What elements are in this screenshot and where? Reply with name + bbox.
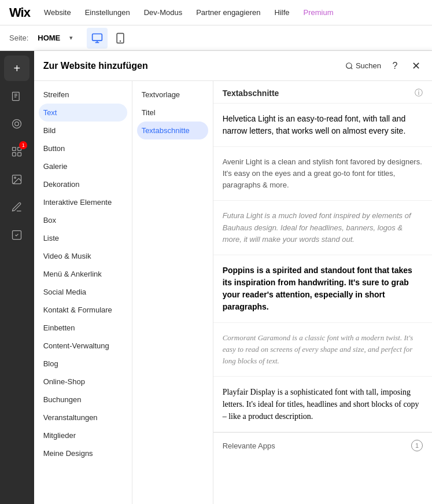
font-text-poppins: Poppins is a spirited and standout font … xyxy=(223,266,412,311)
sub-category-list: Textvorlage Titel Textabschnitte xyxy=(132,81,213,504)
font-item-cormorant[interactable]: Cormorant Garamond is a classic font wit… xyxy=(213,323,432,377)
sidebar-appmarket-button[interactable] xyxy=(4,222,29,248)
pages-icon xyxy=(11,90,23,102)
add-widget-panel: Zur Website hinzufügen Suchen ? ✕ Streif… xyxy=(34,51,432,504)
main-layout: + 1 xyxy=(0,51,432,504)
search-button[interactable]: Suchen xyxy=(345,61,381,70)
category-item-dekoration[interactable]: Dekoration xyxy=(34,175,132,193)
page-bar: Seite: HOME ▾ xyxy=(0,25,432,51)
category-item-mitglieder[interactable]: Mitglieder xyxy=(34,426,132,444)
svg-point-10 xyxy=(15,122,19,126)
sidebar-blog-button[interactable] xyxy=(4,194,29,220)
category-item-text[interactable]: Text xyxy=(39,104,127,122)
nav-premium[interactable]: Premium xyxy=(304,8,334,17)
category-item-streifen[interactable]: Streifen xyxy=(34,86,132,104)
category-item-kontakt[interactable]: Kontakt & Formulare xyxy=(34,301,132,319)
panel-title: Zur Website hinzufügen xyxy=(43,61,148,71)
apps-badge: 1 xyxy=(19,141,27,149)
page-label: Seite: xyxy=(9,34,28,42)
panel-header-actions: Suchen ? ✕ xyxy=(345,59,423,73)
top-nav: Wix Website Einstellungen Dev-Modus Part… xyxy=(0,0,432,25)
category-item-blog[interactable]: Blog xyxy=(34,355,132,373)
nav-partner[interactable]: Partner engagieren xyxy=(196,8,260,17)
footer-count: 1 xyxy=(411,440,423,451)
nav-einstellungen[interactable]: Einstellungen xyxy=(85,8,130,17)
nav-dev-modus[interactable]: Dev-Modus xyxy=(144,8,182,17)
search-icon xyxy=(345,62,353,70)
category-item-buchungen[interactable]: Buchungen xyxy=(34,391,132,409)
category-item-content[interactable]: Content-Verwaltung xyxy=(34,337,132,355)
mobile-icon xyxy=(115,32,126,44)
category-item-menue[interactable]: Menü & Ankerlink xyxy=(34,265,132,283)
footer-label: Relevante Apps xyxy=(223,442,275,450)
sub-category-textabschnitte[interactable]: Textabschnitte xyxy=(137,122,208,139)
svg-point-18 xyxy=(346,62,352,68)
category-item-button[interactable]: Button xyxy=(34,139,132,157)
font-text-playfair: Playfair Display is a sophisticated font… xyxy=(223,388,419,421)
font-item-avenir[interactable]: Avenir Light is a clean and stylish font… xyxy=(213,147,432,201)
sidebar-pages-button[interactable] xyxy=(4,83,29,109)
category-item-social[interactable]: Social Media xyxy=(34,283,132,301)
font-item-helvetica[interactable]: Helvetica Light is an easy-to-read font,… xyxy=(213,104,432,147)
content-footer: Relevante Apps 1 xyxy=(213,432,432,458)
desktop-icon xyxy=(91,32,103,44)
media-icon xyxy=(11,174,23,185)
font-text-avenir: Avenir Light is a clean and stylish font… xyxy=(223,157,422,189)
svg-point-9 xyxy=(13,120,21,128)
sidebar-apps-button[interactable]: 1 xyxy=(4,139,29,164)
font-text-futura: Futura Light is a much loved font inspir… xyxy=(223,211,411,243)
desktop-view-button[interactable] xyxy=(87,28,108,49)
sub-category-titel[interactable]: Titel xyxy=(132,104,213,122)
blog-icon xyxy=(11,201,23,213)
svg-rect-11 xyxy=(13,148,16,151)
sidebar-add-button[interactable]: + xyxy=(4,56,29,81)
nav-hilfe[interactable]: Hilfe xyxy=(275,8,290,17)
category-item-veranstaltungen[interactable]: Veranstaltungen xyxy=(34,409,132,426)
add-icon: + xyxy=(13,62,20,75)
category-item-einbetten[interactable]: Einbetten xyxy=(34,319,132,337)
svg-rect-0 xyxy=(93,34,102,41)
category-list: Streifen Text Bild Button Galerie Dekora… xyxy=(34,81,132,504)
search-label: Suchen xyxy=(356,61,381,70)
mobile-view-button[interactable] xyxy=(110,28,131,49)
font-item-playfair[interactable]: Playfair Display is a sophisticated font… xyxy=(213,377,432,432)
sidebar-media-button[interactable] xyxy=(4,167,29,192)
category-item-shop[interactable]: Online-Shop xyxy=(34,373,132,391)
category-item-designs[interactable]: Meine Designs xyxy=(34,444,132,462)
font-text-cormorant: Cormorant Garamond is a classic font wit… xyxy=(223,333,413,365)
category-item-box[interactable]: Box xyxy=(34,211,132,229)
panel-body: Streifen Text Bild Button Galerie Dekora… xyxy=(34,81,432,504)
svg-rect-14 xyxy=(18,153,21,156)
content-area: Textabschnitte ⓘ Helvetica Light is an e… xyxy=(213,81,432,504)
svg-point-16 xyxy=(14,177,16,179)
panel-header: Zur Website hinzufügen Suchen ? ✕ xyxy=(34,51,432,81)
themes-icon xyxy=(11,118,23,130)
sub-category-textvorlage[interactable]: Textvorlage xyxy=(132,86,213,104)
content-title: Textabschnitte xyxy=(223,89,279,98)
device-switcher xyxy=(87,28,131,49)
sidebar-themes-button[interactable] xyxy=(4,111,29,137)
category-item-galerie[interactable]: Galerie xyxy=(34,157,132,175)
wix-logo: Wix xyxy=(9,5,30,20)
close-button[interactable]: ✕ xyxy=(409,59,423,73)
svg-rect-13 xyxy=(13,153,16,156)
appmarket-icon xyxy=(11,229,23,241)
wix-sidebar: + 1 xyxy=(0,51,34,504)
help-button[interactable]: ? xyxy=(388,59,402,73)
svg-rect-5 xyxy=(13,92,20,100)
category-item-interaktive[interactable]: Interaktive Elemente xyxy=(34,193,132,211)
nav-website[interactable]: Website xyxy=(44,8,71,17)
page-name: HOME xyxy=(38,34,60,42)
category-item-bild[interactable]: Bild xyxy=(34,122,132,139)
svg-line-19 xyxy=(351,67,353,69)
font-item-poppins[interactable]: Poppins is a spirited and standout font … xyxy=(213,255,432,323)
font-item-futura[interactable]: Futura Light is a much loved font inspir… xyxy=(213,201,432,255)
info-icon[interactable]: ⓘ xyxy=(415,88,423,98)
category-item-liste[interactable]: Liste xyxy=(34,229,132,247)
category-item-video[interactable]: Video & Musik xyxy=(34,247,132,265)
page-chevron-icon[interactable]: ▾ xyxy=(69,34,73,42)
content-header: Textabschnitte ⓘ xyxy=(213,81,432,104)
font-text-helvetica: Helvetica Light is an easy-to-read font,… xyxy=(223,114,406,135)
